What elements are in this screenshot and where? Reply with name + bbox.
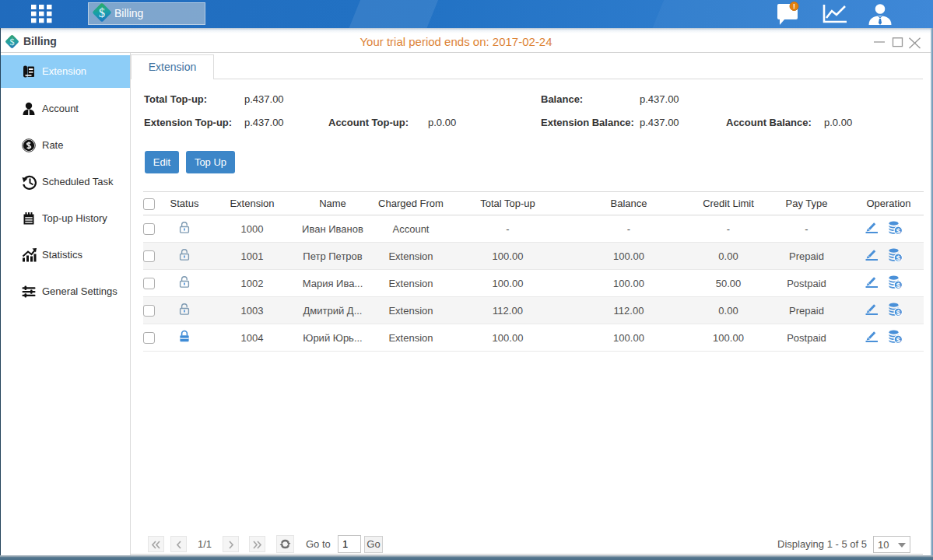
svg-text:!: ! [793, 2, 795, 10]
svg-text:$: $ [99, 6, 105, 19]
svg-text:$: $ [9, 37, 14, 47]
